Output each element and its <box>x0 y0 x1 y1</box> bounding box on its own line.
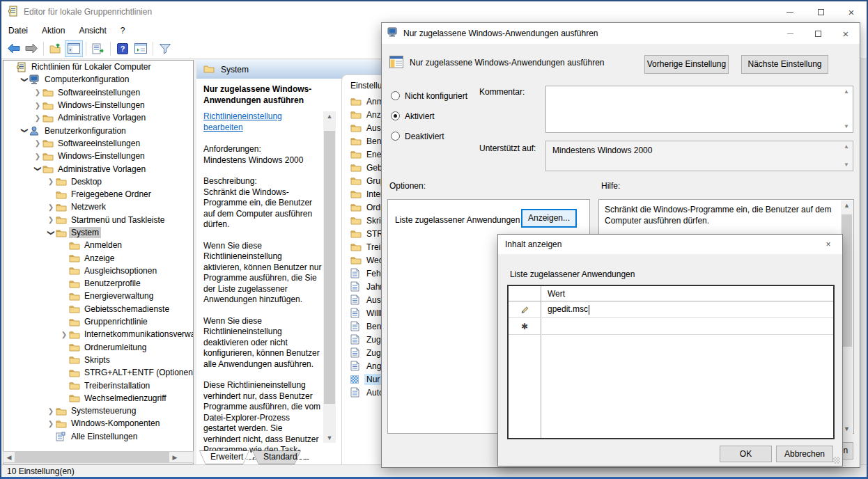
expand-icon[interactable] <box>46 216 56 223</box>
scroll-down-icon[interactable]: ▼ <box>842 123 851 131</box>
tree-item[interactable]: Anzeige <box>3 251 193 264</box>
tab-erweitert[interactable]: Erweitert <box>199 450 249 464</box>
maximize-button[interactable] <box>786 234 814 255</box>
back-icon[interactable] <box>4 40 22 57</box>
table-row[interactable]: gpedit.msc <box>509 301 833 318</box>
tree-item[interactable]: Freigegebene Ordner <box>3 188 193 201</box>
scrollbar-thumb[interactable] <box>15 452 169 462</box>
cell-value[interactable]: gpedit.msc <box>541 304 589 315</box>
tree-item[interactable]: Netzwerk <box>3 201 193 213</box>
minimize-button[interactable] <box>776 23 804 44</box>
radio-option[interactable]: Deaktiviert <box>391 126 467 146</box>
menu-aktion[interactable]: Aktion <box>35 23 72 38</box>
close-button[interactable]: × <box>814 234 842 255</box>
tree-horizontal-scrollbar[interactable]: ◀ ▶ <box>3 451 194 463</box>
collapse-icon[interactable] <box>20 127 29 134</box>
svg-text:?: ? <box>120 45 125 53</box>
tree-item[interactable]: Richtlinien für Lokaler Computer <box>3 61 193 73</box>
scroll-left-icon[interactable]: ◀ <box>3 454 15 461</box>
ok-button[interactable]: OK <box>720 446 772 462</box>
radio-button[interactable] <box>391 111 400 120</box>
tab-standard[interactable]: Standard <box>252 450 301 464</box>
maximize-button[interactable] <box>804 23 832 44</box>
tree-item[interactable]: Internetkommunikationsverwaltung <box>3 328 193 340</box>
export-list-icon[interactable] <box>89 40 107 57</box>
scrollbar-thumb[interactable] <box>842 214 852 347</box>
tree-item[interactable]: Gebietsschemadienste <box>3 303 193 315</box>
collapse-icon[interactable] <box>33 165 42 173</box>
tree-item[interactable]: Skripts <box>3 354 193 366</box>
menu-hilfe[interactable]: ? <box>114 23 132 38</box>
tree-item[interactable]: Softwareeinstellungen <box>3 137 193 150</box>
menu-datei[interactable]: Datei <box>1 23 35 38</box>
menu-ansicht[interactable]: Ansicht <box>72 23 113 38</box>
scroll-up-icon[interactable]: ▲ <box>842 88 851 96</box>
expand-icon[interactable] <box>33 114 42 122</box>
close-button[interactable]: × <box>832 23 860 44</box>
radio-option[interactable]: Nicht konfiguriert <box>391 86 467 106</box>
tree-item[interactable]: Systemsteuerung <box>3 405 193 417</box>
tree-item[interactable]: Startmenü und Taskleiste <box>3 214 193 226</box>
expand-icon[interactable] <box>46 178 56 185</box>
tree-item[interactable]: Administrative Vorlagen <box>3 162 193 175</box>
forward-icon[interactable] <box>22 40 40 57</box>
tree-item[interactable]: Windows-Einstellungen <box>3 99 193 111</box>
expand-icon[interactable] <box>33 152 42 160</box>
radio-checked[interactable]: Aktiviert <box>391 106 467 126</box>
tree-item[interactable]: Treiberinstallation <box>3 379 193 391</box>
tree-item[interactable]: Administrative Vorlagen <box>3 111 193 124</box>
maximize-button[interactable] <box>805 1 836 22</box>
expand-icon[interactable] <box>46 407 56 415</box>
show-button[interactable]: Anzeigen... <box>521 209 577 228</box>
cancel-button[interactable]: Abbrechen <box>776 446 833 462</box>
radio-button[interactable] <box>391 91 400 100</box>
tree-item[interactable]: Benutzerprofile <box>3 277 193 290</box>
scroll-right-icon[interactable]: ▶ <box>169 454 180 461</box>
scroll-up-icon[interactable]: ▲ <box>842 143 851 151</box>
resize-grip[interactable] <box>833 457 840 464</box>
up-folder-icon[interactable] <box>47 40 65 57</box>
tree-item[interactable]: Windows-Komponenten <box>3 417 193 430</box>
tree-item[interactable]: Energieverwaltung <box>3 290 193 302</box>
tree-item[interactable]: Windows-Einstellungen <box>3 150 193 162</box>
scroll-up-icon[interactable]: ▲ <box>841 201 853 210</box>
show-console-tree-icon[interactable] <box>65 40 83 57</box>
comment-textarea[interactable]: ▲ ▼ <box>545 86 853 133</box>
tree-item[interactable]: Anmelden <box>3 239 193 251</box>
scroll-down-icon[interactable]: ▼ <box>323 433 336 443</box>
expand-icon[interactable] <box>46 203 56 211</box>
expand-icon[interactable] <box>33 88 42 96</box>
close-button[interactable]: × <box>836 1 867 22</box>
expand-icon[interactable] <box>33 139 42 147</box>
radio-button[interactable] <box>391 132 400 141</box>
tree-item[interactable]: Desktop <box>3 175 193 188</box>
tree-item[interactable]: Alle Einstellungen <box>3 430 193 443</box>
show-properties-icon[interactable] <box>132 40 150 57</box>
tree-item[interactable]: Ordnerumleitung <box>3 341 193 354</box>
filter-icon[interactable] <box>156 40 174 57</box>
previous-setting-button[interactable]: Vorherige Einstellung <box>644 55 729 74</box>
expand-icon[interactable] <box>59 331 69 338</box>
next-setting-button[interactable]: Nächste Einstellung <box>741 55 828 74</box>
help-icon[interactable]: ? <box>114 40 132 57</box>
description-scrollbar[interactable]: ▲ ▼ <box>323 111 336 443</box>
scroll-down-icon[interactable]: ▼ <box>842 161 851 169</box>
collapse-icon[interactable] <box>46 229 56 237</box>
tree-item[interactable]: Computerkonfiguration <box>3 73 193 86</box>
edit-policy-link[interactable]: Richtlinieneinstellung bearbeiten <box>203 111 322 133</box>
collapse-icon[interactable] <box>20 76 29 84</box>
expand-icon[interactable] <box>33 102 42 109</box>
tree-item[interactable]: Softwareeinstellungen <box>3 86 193 99</box>
tree-item[interactable]: System <box>3 226 193 239</box>
scrollbar-thumb[interactable] <box>324 131 335 404</box>
tree-item[interactable]: Benutzerkonfiguration <box>3 124 193 136</box>
tree-item[interactable]: STRG+ALT+ENTF (Optionen) <box>3 366 193 379</box>
tree-item[interactable]: Gruppenrichtlinie <box>3 315 193 328</box>
table-row-new[interactable]: ✱ <box>509 318 833 335</box>
tree-item[interactable]: Ausgleichsoptionen <box>3 265 193 277</box>
expand-icon[interactable] <box>46 420 56 427</box>
minimize-button[interactable] <box>775 1 805 22</box>
doc-icon <box>350 347 364 358</box>
scroll-up-icon[interactable]: ▲ <box>323 111 336 121</box>
tree-item[interactable]: Wechselmedienzugriff <box>3 392 193 405</box>
